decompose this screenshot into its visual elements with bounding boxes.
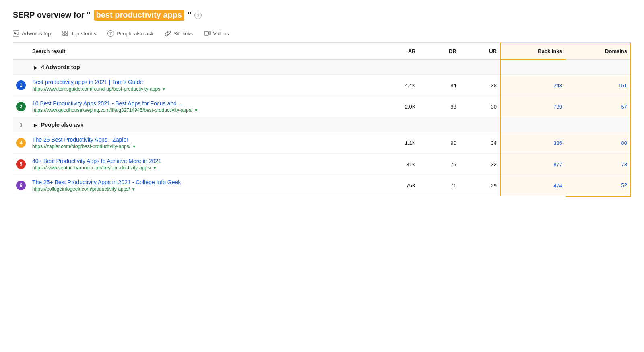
ar-1: 4.4K (378, 75, 419, 96)
result-url-5: https://www.ventureharbour.com/best-prod… (32, 165, 375, 171)
url-dropdown-6[interactable]: ▼ (132, 187, 136, 191)
ur-1: 38 (460, 75, 500, 96)
results-table-wrapper: Search result AR DR UR Backlinks Domains… (13, 43, 631, 197)
dr-6: 71 (419, 175, 459, 196)
result-cell-6: The 25+ Best Productivity Apps in 2021 -… (29, 175, 378, 196)
domains-4[interactable]: 80 (566, 132, 631, 154)
tab-adwords-top[interactable]: Ad Adwords top (13, 29, 51, 38)
table-row: 5 40+ Best Productivity Apps to Achieve … (13, 154, 631, 175)
result-cell-5: 40+ Best Productivity Apps to Achieve Mo… (29, 154, 378, 175)
section-paa-ar (378, 117, 419, 132)
tab-adwords-label: Adwords top (22, 31, 51, 37)
col-ur: UR (460, 43, 500, 60)
keyword-highlight: best productivity apps (94, 10, 184, 21)
domains-5[interactable]: 73 (566, 154, 631, 175)
url-dropdown-5[interactable]: ▼ (153, 166, 157, 170)
svg-rect-1 (66, 31, 68, 33)
question-icon: ? (107, 30, 114, 37)
expand-paa-icon[interactable]: ▶ (34, 123, 37, 128)
result-url-1: https://www.tomsguide.com/round-up/best-… (32, 86, 375, 92)
result-link-6[interactable]: The 25+ Best Productivity Apps in 2021 -… (32, 179, 375, 185)
section-rank-empty (13, 60, 29, 75)
result-link-1[interactable]: Best productivity apps in 2021 | Tom's G… (32, 79, 375, 85)
result-url-2: https://www.goodhousekeeping.com/life/g3… (32, 107, 375, 113)
result-link-5[interactable]: 40+ Best Productivity Apps to Achieve Mo… (32, 158, 375, 164)
backlinks-6[interactable]: 474 (500, 175, 566, 196)
rank-badge-2: 2 (16, 102, 26, 111)
domains-1[interactable]: 151 (566, 75, 631, 96)
section-rank-3: 3 (13, 117, 29, 132)
section-adwords-top: ▶ 4 Adwords top (13, 60, 631, 75)
ar-5: 31K (378, 154, 419, 175)
help-icon[interactable]: ? (194, 12, 202, 19)
result-url-4: https://zapier.com/blog/best-productivit… (32, 144, 375, 149)
rank-badge-6: 6 (16, 181, 26, 190)
result-url-6: https://collegeinfogeek.com/productivity… (32, 186, 375, 192)
rank-cell-1: 1 (13, 75, 29, 96)
rank-cell-4: 4 (13, 132, 29, 154)
video-icon (204, 30, 211, 37)
result-cell-4: The 25 Best Productivity Apps - Zapier h… (29, 132, 378, 154)
nav-tabs: Ad Adwords top Top stories ? People also… (13, 29, 631, 43)
dr-1: 84 (419, 75, 459, 96)
url-dropdown-4[interactable]: ▼ (132, 144, 136, 149)
table-row: 4 The 25 Best Productivity Apps - Zapier… (13, 132, 631, 154)
backlinks-4[interactable]: 386 (500, 132, 566, 154)
col-ar: AR (378, 43, 419, 60)
section-domains-empty (566, 60, 631, 75)
result-link-4[interactable]: The 25 Best Productivity Apps - Zapier (32, 136, 375, 143)
url-dropdown-1[interactable]: ▼ (162, 87, 166, 91)
tab-sitelinks-label: Sitelinks (173, 31, 193, 37)
ar-4: 1.1K (378, 132, 419, 154)
adwords-icon: Ad (13, 30, 19, 37)
section-paa-ur (460, 117, 500, 132)
rank-cell-5: 5 (13, 154, 29, 175)
backlinks-1[interactable]: 248 (500, 75, 566, 96)
section-paa-domains (566, 117, 631, 132)
rank-badge-5: 5 (16, 159, 26, 169)
domains-6[interactable]: 52 (566, 175, 631, 196)
url-dropdown-2[interactable]: ▼ (194, 108, 198, 113)
section-paa-backlinks (500, 117, 566, 132)
table-row: 1 Best productivity apps in 2021 | Tom's… (13, 75, 631, 96)
stories-icon (62, 30, 68, 37)
page-header: SERP overview for "best productivity app… (13, 10, 631, 21)
title-suffix: " (188, 10, 191, 20)
table-row: 2 10 Best Productivity Apps 2021 - Best … (13, 96, 631, 117)
rank-plain-3: 3 (19, 122, 22, 128)
tab-stories-label: Top stories (71, 31, 96, 37)
domains-2[interactable]: 57 (566, 96, 631, 117)
backlinks-2[interactable]: 739 (500, 96, 566, 117)
col-search-result: Search result (29, 43, 378, 60)
results-table: Search result AR DR UR Backlinks Domains… (13, 43, 631, 197)
section-dr-empty (419, 60, 459, 75)
link-icon (165, 30, 171, 37)
tab-videos-label: Videos (213, 31, 229, 37)
section-adwords-label: ▶ 4 Adwords top (29, 60, 378, 75)
ur-6: 29 (460, 175, 500, 196)
rank-badge-4: 4 (16, 138, 26, 148)
tab-top-stories[interactable]: Top stories (62, 29, 96, 38)
result-cell-1: Best productivity apps in 2021 | Tom's G… (29, 75, 378, 96)
section-ur-empty (460, 60, 500, 75)
dr-4: 90 (419, 132, 459, 154)
ur-5: 32 (460, 154, 500, 175)
svg-rect-4 (204, 31, 208, 35)
section-people-also-ask: 3 ▶ People also ask (13, 117, 631, 132)
col-rank (13, 43, 29, 60)
dr-5: 75 (419, 154, 459, 175)
table-header-row: Search result AR DR UR Backlinks Domains (13, 43, 631, 60)
tab-videos[interactable]: Videos (204, 29, 229, 38)
result-link-2[interactable]: 10 Best Productivity Apps 2021 - Best Ap… (32, 100, 375, 107)
tab-sitelinks[interactable]: Sitelinks (165, 29, 193, 38)
page-title: SERP overview for "best productivity app… (13, 10, 631, 21)
svg-rect-0 (63, 31, 65, 33)
tab-people-also-ask[interactable]: ? People also ask (107, 29, 153, 38)
rank-cell-6: 6 (13, 175, 29, 196)
ur-2: 30 (460, 96, 500, 117)
ar-2: 2.0K (378, 96, 419, 117)
backlinks-5[interactable]: 877 (500, 154, 566, 175)
rank-badge-1: 1 (16, 80, 26, 90)
expand-adwords-icon[interactable]: ▶ (34, 65, 37, 70)
tab-people-also-ask-label: People also ask (116, 31, 153, 37)
